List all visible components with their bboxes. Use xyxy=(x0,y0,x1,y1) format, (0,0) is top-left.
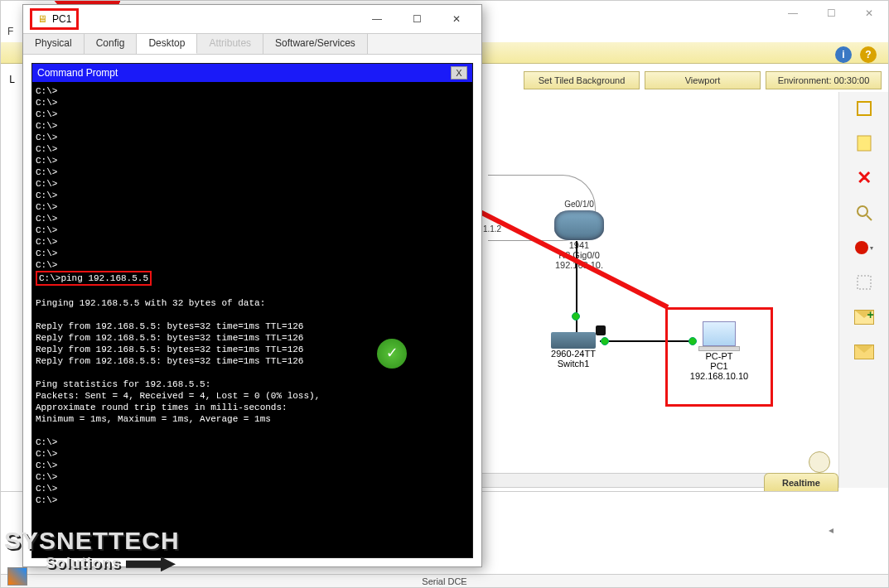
main-minimize-button[interactable]: — xyxy=(774,1,812,26)
terminal-line: C:\> xyxy=(36,483,469,494)
note-tool-icon[interactable] xyxy=(853,132,876,155)
select-tool-icon[interactable] xyxy=(853,97,876,120)
terminal-line: C:\> xyxy=(36,85,469,97)
terminal-line: Ping statistics for 192.168.5.5: xyxy=(36,378,469,390)
panel-scroll-left-icon[interactable]: ◂ xyxy=(829,524,833,536)
packet-tracer-main-window: — ☐ ✕ F i ? Set Tiled Background Viewpor… xyxy=(0,0,889,588)
terminal-line: Minimum = 1ms, Maximum = 1ms, Average = … xyxy=(36,413,469,425)
terminal-line: C:\> xyxy=(36,143,469,155)
status-connection-label: Serial DCE xyxy=(422,576,466,586)
terminal-line: C:\> xyxy=(36,166,469,178)
device-category-icon[interactable] xyxy=(7,567,27,586)
resize-tool-icon[interactable] xyxy=(853,271,876,294)
svg-rect-2 xyxy=(858,136,871,151)
terminal-line: C:\> xyxy=(36,448,469,460)
tab-software-services[interactable]: Software/Services xyxy=(263,34,368,54)
tab-desktop[interactable]: Desktop xyxy=(137,34,197,54)
svg-point-3 xyxy=(858,206,867,216)
tab-config[interactable]: Config xyxy=(85,34,138,54)
terminal-line: Reply from 192.168.5.5: bytes=32 time=1m… xyxy=(36,321,469,332)
router-lan-ip-label: 192.168.10. xyxy=(513,260,645,270)
switch-icon xyxy=(551,332,596,349)
pc1-device-highlight[interactable]: PC-PT PC1 192.168.10.10 xyxy=(665,307,773,407)
terminal-line: C:\> xyxy=(36,97,469,108)
realtime-tab[interactable]: Realtime xyxy=(764,473,838,491)
terminal-line: Reply from 192.168.5.5: bytes=32 time=1m… xyxy=(36,332,469,344)
router-name-label: R2 Gig0/0 xyxy=(513,250,645,260)
set-tiled-background-button[interactable]: Set Tiled Background xyxy=(524,71,640,89)
pc1-titlebar[interactable]: 🖥 PC1 — ☐ ✕ xyxy=(23,5,481,33)
main-close-button[interactable]: ✕ xyxy=(850,1,888,26)
router-r2[interactable]: Ge0/1/0 10.1.1.2 1941 R2 Gig0/0 192.168.… xyxy=(513,200,645,270)
terminal-line: C:\> xyxy=(36,248,469,259)
pc1-maximize-button[interactable]: ☐ xyxy=(399,7,435,31)
terminal-line: C:\> xyxy=(36,178,469,190)
command-prompt-titlebar[interactable]: Command Prompt X xyxy=(32,64,472,82)
add-complex-pdu-icon[interactable] xyxy=(853,340,876,364)
command-prompt-app: Command Prompt X C:\> C:\> C:\> C:\> C:\… xyxy=(31,63,473,558)
terminal-line: Approximate round trip times in milli-se… xyxy=(36,402,469,413)
switch-model-label: 2960-24TT xyxy=(536,349,611,359)
menubar-hint: F xyxy=(7,26,13,42)
inspect-tool-icon[interactable] xyxy=(853,201,876,224)
toolbar-help-icons: i ? xyxy=(835,46,877,63)
help-icon[interactable]: ? xyxy=(860,46,877,63)
pc1-title-highlight: 🖥 PC1 xyxy=(30,8,79,30)
terminal-line: C:\> xyxy=(36,132,469,143)
ping-command-highlight: C:\>ping 192.168.5.5 xyxy=(36,271,152,286)
terminal-line: Pinging 192.168.5.5 with 32 bytes of dat… xyxy=(36,297,469,309)
terminal-line: C:\> xyxy=(36,494,469,506)
router-icon xyxy=(554,210,604,240)
command-prompt-close-button[interactable]: X xyxy=(451,66,467,80)
terminal-line: C:\> xyxy=(36,201,469,213)
svg-line-4 xyxy=(867,215,872,220)
desktop-tab-body: Command Prompt X C:\> C:\> C:\> C:\> C:\… xyxy=(23,55,481,566)
clock-icon[interactable] xyxy=(809,451,830,473)
pc1-title-label: PC1 xyxy=(52,13,71,25)
router-model-label: 1941 xyxy=(513,240,645,250)
left-rail: L xyxy=(1,69,24,488)
main-maximize-button[interactable]: ☐ xyxy=(812,1,850,26)
link-dot-switch-top xyxy=(572,312,580,321)
success-check-icon: ✓ xyxy=(377,339,407,369)
right-tool-palette: ✕ ▾ + xyxy=(838,92,888,488)
tab-attributes[interactable]: Attributes xyxy=(197,34,263,54)
main-titlebar: — ☐ ✕ xyxy=(490,1,888,26)
terminal-line: C:\> xyxy=(36,224,469,236)
router-interface-label: Ge0/1/0 xyxy=(513,200,645,209)
terminal-line: C:\> xyxy=(36,108,469,120)
info-icon[interactable]: i xyxy=(835,46,852,63)
pc1-config-window[interactable]: 🖥 PC1 — ☐ ✕ Physical Config Desktop Attr… xyxy=(22,4,482,567)
svg-rect-1 xyxy=(858,102,871,115)
pc1-close-button[interactable]: ✕ xyxy=(438,7,475,31)
pc-monitor-icon xyxy=(703,321,736,346)
svg-rect-5 xyxy=(858,276,871,289)
delete-tool-icon[interactable]: ✕ xyxy=(853,166,876,190)
command-prompt-terminal[interactable]: C:\> C:\> C:\> C:\> C:\> C:\> C:\> C:\> … xyxy=(32,82,472,557)
terminal-line: Packets: Sent = 4, Received = 4, Lost = … xyxy=(36,390,469,402)
pc-ip-label: 192.168.10.10 xyxy=(668,371,771,381)
switch1[interactable]: 2960-24TT Switch1 xyxy=(536,332,611,369)
terminal-line: C:\> xyxy=(36,436,469,448)
status-bar: Serial DCE xyxy=(1,574,888,587)
terminal-line: C:\> xyxy=(36,259,469,271)
terminal-line: C:\> xyxy=(36,120,469,132)
command-prompt-title-label: Command Prompt xyxy=(37,67,118,79)
environment-button[interactable]: Environment: 00:30:00 xyxy=(766,71,882,89)
tab-physical[interactable]: Physical xyxy=(23,34,85,54)
pc-window-icon: 🖥 xyxy=(37,13,47,25)
terminal-line: C:\> xyxy=(36,155,469,166)
terminal-line: C:\> xyxy=(36,471,469,483)
pc1-minimize-button[interactable]: — xyxy=(359,7,395,31)
switch-name-label: Switch1 xyxy=(536,359,611,369)
record-tool-icon[interactable]: ▾ xyxy=(853,236,876,259)
logical-view-label: L xyxy=(9,74,15,85)
terminal-line: C:\> xyxy=(36,213,469,224)
viewport-button[interactable]: Viewport xyxy=(645,71,761,89)
terminal-line: C:\> xyxy=(36,190,469,201)
add-simple-pdu-icon[interactable]: + xyxy=(853,306,876,329)
terminal-line: C:\> xyxy=(36,460,469,471)
terminal-line: C:\> xyxy=(36,236,469,248)
pc-name-label: PC1 xyxy=(668,361,771,371)
pc1-tabs: Physical Config Desktop Attributes Softw… xyxy=(23,33,481,55)
